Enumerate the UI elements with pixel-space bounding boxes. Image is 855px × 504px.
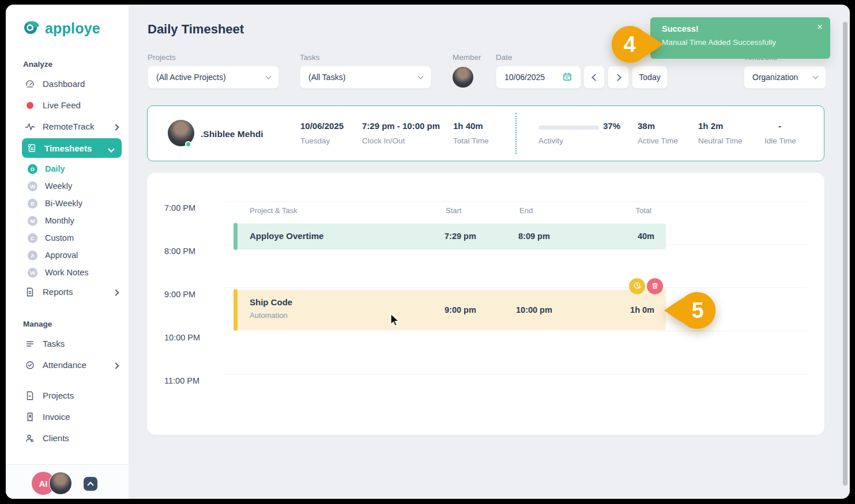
- entry-project-name: Apploye Overtime: [250, 231, 323, 241]
- approval-badge-icon: A: [28, 251, 37, 260]
- sidebar-subitem-label: Work Notes: [45, 268, 88, 277]
- annotation-marker-5-number: 5: [691, 298, 703, 323]
- prev-day-button[interactable]: [583, 66, 605, 89]
- active-time-label: Active Time: [638, 137, 678, 145]
- mouse-cursor: [389, 313, 401, 329]
- sidebar-item-tasks[interactable]: Tasks: [6, 333, 129, 354]
- attendance-clock-icon: [25, 360, 35, 370]
- entry-start-time: 9:00 pm: [445, 305, 476, 314]
- collapse-sidebar-button[interactable]: [84, 477, 97, 491]
- chevron-right-icon: [114, 287, 118, 297]
- entry-total-time: 40m: [638, 232, 654, 241]
- activity-progress-bar: [538, 126, 599, 130]
- sidebar-subitem-label: Daily: [45, 164, 65, 173]
- entry-task-name: Automation: [250, 311, 288, 320]
- sidebar-item-invoice[interactable]: Invoice: [6, 406, 129, 427]
- hour-label: 7:00 PM: [164, 203, 195, 213]
- tasks-select-value: (All Tasks): [308, 73, 345, 82]
- annotation-marker-5: 5: [663, 290, 720, 333]
- sidebar-subitem-bi-weekly[interactable]: B Bi-Weekly: [6, 195, 129, 212]
- sidebar-item-projects[interactable]: Projects: [6, 385, 129, 406]
- sidebar: apploye Analyze Dashboard Live Feed Remo…: [6, 5, 129, 499]
- sidebar-item-reports[interactable]: Reports: [6, 281, 129, 302]
- chevron-down-icon: [418, 74, 424, 79]
- sidebar-item-dashboard[interactable]: Dashboard: [6, 73, 129, 94]
- hour-label: 9:00 PM: [164, 290, 195, 299]
- apploye-logo[interactable]: apploye: [23, 18, 129, 38]
- tasks-filter-label: Tasks: [300, 53, 320, 62]
- timesheet-entry-ship-code[interactable]: Ship Code Automation 9:00 pm 10:00 pm 1h…: [233, 290, 666, 330]
- today-button[interactable]: Today: [632, 66, 668, 89]
- sidebar-subitem-approval[interactable]: A Approval: [6, 247, 129, 264]
- entry-end-time: 8:09 pm: [518, 232, 550, 241]
- projects-select-value: (All Active Projects): [156, 73, 226, 82]
- project-file-icon: [25, 391, 35, 401]
- hour-gridline: [223, 331, 807, 331]
- member-avatar[interactable]: [453, 67, 473, 88]
- entry-accent-bar: [233, 223, 238, 250]
- sidebar-subitem-daily[interactable]: D Daily: [6, 160, 129, 177]
- toast-message: Manual Time Added Successfully: [662, 38, 819, 47]
- projects-select[interactable]: (All Active Projects): [148, 66, 279, 89]
- close-icon[interactable]: ×: [817, 22, 823, 32]
- online-status-dot: [185, 141, 191, 147]
- invoice-receipt-icon: [25, 412, 35, 422]
- timesheet-timeline: 7:00 PM 8:00 PM 9:00 PM 10:00 PM 11:00 P…: [147, 173, 824, 435]
- chevron-right-icon: [114, 122, 118, 131]
- activity-percent: 37%: [603, 121, 620, 131]
- sidebar-subitem-label: Custom: [45, 233, 74, 242]
- hour-label: 11:00 PM: [164, 376, 199, 385]
- sidebar-item-attendance[interactable]: Attendance: [6, 354, 129, 376]
- sidebar-item-label: Clients: [43, 433, 69, 443]
- report-document-icon: [25, 287, 35, 297]
- sidebar-item-clients[interactable]: Clients: [6, 427, 129, 449]
- column-header-start: Start: [446, 206, 461, 215]
- delete-time-button[interactable]: [647, 278, 663, 294]
- next-day-button[interactable]: [608, 66, 629, 89]
- total-time-value: 1h 40m: [453, 121, 483, 131]
- neutral-time-label: Neutral Time: [698, 137, 743, 145]
- date-input[interactable]: 10/06/2025: [496, 66, 581, 89]
- sidebar-item-timesheets[interactable]: Timesheets: [22, 138, 122, 158]
- sidebar-item-label: Attendance: [43, 360, 86, 370]
- member-summary-card: .Shiblee Mehdi 10/06/2025 Tuesday 7:29 p…: [147, 105, 824, 161]
- hour-gridline: [223, 201, 807, 202]
- annotation-marker-4-number: 4: [623, 32, 635, 56]
- apploye-wordmark: apploye: [45, 20, 100, 37]
- annotation-marker-4: 4: [608, 24, 664, 67]
- sidebar-subitem-monthly[interactable]: M Monthly: [6, 212, 129, 229]
- edit-time-button[interactable]: [629, 278, 645, 294]
- sidebar-item-live-feed[interactable]: Live Feed: [6, 94, 129, 116]
- tasks-select[interactable]: (All Tasks): [300, 66, 431, 89]
- pulse-icon: [25, 122, 35, 132]
- sidebar-item-label: Tasks: [43, 339, 65, 348]
- sidebar-footer: AI: [6, 464, 129, 499]
- daily-badge-icon: D: [28, 164, 37, 174]
- hour-label: 10:00 PM: [164, 333, 200, 342]
- neutral-time-value: 1h 2m: [698, 121, 723, 131]
- sidebar-subitem-custom[interactable]: C Custom: [6, 229, 129, 247]
- clock-in-out-label: Clock In/Out: [362, 137, 405, 145]
- user-avatar[interactable]: [49, 472, 72, 495]
- timesheet-entry-apploye-overtime[interactable]: Apploye Overtime 7:29 pm 8:09 pm 40m: [233, 223, 666, 249]
- app-window: apploye Analyze Dashboard Live Feed Remo…: [6, 5, 850, 499]
- vertical-scrollbar[interactable]: [843, 22, 848, 486]
- sidebar-subitem-weekly[interactable]: W Weekly: [6, 177, 129, 195]
- activity-label: Activity: [538, 137, 563, 145]
- success-toast: Success! Manual Time Added Successfully …: [650, 17, 830, 59]
- member-filter-label: Member: [453, 53, 481, 62]
- timezone-select[interactable]: Organization: [744, 66, 826, 89]
- timezone-select-value: Organization: [752, 73, 798, 82]
- sidebar-subitem-work-notes[interactable]: W Work Notes: [6, 264, 129, 281]
- timesheet-icon: [27, 143, 37, 153]
- sidebar-subitem-label: Approval: [45, 251, 78, 260]
- hour-gridline: [223, 374, 807, 374]
- column-header-end: End: [519, 206, 533, 215]
- sidebar-item-remotetrack[interactable]: RemoteTrack: [6, 116, 129, 137]
- summary-day: Tuesday: [300, 137, 330, 145]
- chevron-down-icon: [813, 74, 819, 79]
- sidebar-item-label: Dashboard: [43, 79, 85, 89]
- chevron-down-icon: [109, 143, 114, 153]
- sidebar-item-label: Projects: [43, 391, 74, 400]
- date-filter-label: Date: [496, 53, 513, 62]
